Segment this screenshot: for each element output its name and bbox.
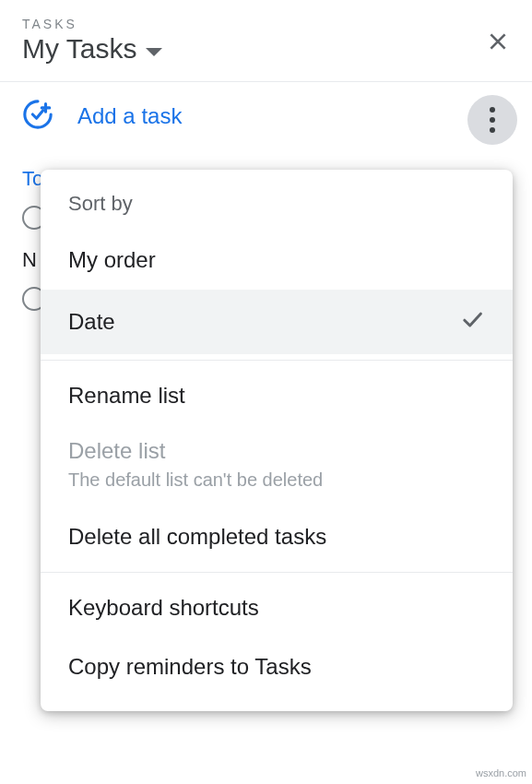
menu-item-label: My order [68, 247, 156, 273]
sort-date[interactable]: Date [41, 290, 513, 354]
menu-item-label: Delete all completed tasks [68, 524, 326, 550]
close-icon [486, 30, 510, 53]
delete-completed[interactable]: Delete all completed tasks [41, 507, 513, 566]
list-title: My Tasks [22, 33, 136, 65]
app-label: TASKS [22, 17, 510, 31]
list-selector[interactable]: My Tasks [22, 33, 510, 65]
copy-reminders[interactable]: Copy reminders to Tasks [41, 637, 513, 696]
delete-list-label: Delete list [68, 438, 485, 464]
menu-divider [41, 572, 513, 573]
check-icon [459, 306, 485, 338]
menu-item-label: Copy reminders to Tasks [68, 654, 312, 680]
sort-my-order[interactable]: My order [41, 231, 513, 290]
more-vertical-icon [490, 107, 495, 133]
add-task-icon[interactable] [22, 99, 53, 134]
options-menu: Sort by My order Date Rename list Delete… [41, 170, 513, 711]
watermark: wsxdn.com [476, 767, 526, 778]
menu-item-label: Date [68, 309, 115, 335]
rename-list[interactable]: Rename list [41, 366, 513, 425]
delete-list: Delete list The default list can't be de… [41, 425, 513, 507]
add-task-button[interactable]: Add a task [77, 103, 182, 129]
menu-item-label: Keyboard shortcuts [68, 595, 259, 621]
keyboard-shortcuts[interactable]: Keyboard shortcuts [41, 578, 513, 637]
toolbar: Add a task [0, 82, 532, 150]
delete-list-sub: The default list can't be deleted [68, 469, 485, 491]
menu-item-label: Rename list [68, 383, 185, 409]
chevron-down-icon [146, 48, 162, 56]
more-options-button[interactable] [467, 95, 517, 145]
close-button[interactable] [486, 30, 510, 57]
menu-divider [41, 360, 513, 361]
header: TASKS My Tasks [0, 0, 532, 82]
sort-by-header: Sort by [41, 184, 513, 231]
